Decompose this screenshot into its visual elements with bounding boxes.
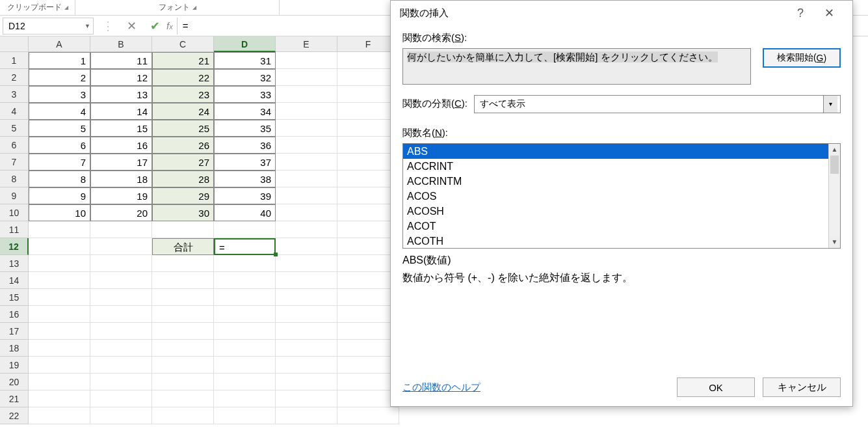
- function-item[interactable]: ACOT: [403, 219, 840, 234]
- help-button[interactable]: ?: [786, 7, 815, 20]
- cell[interactable]: [90, 374, 152, 390]
- cell[interactable]: 35: [214, 120, 276, 137]
- cell[interactable]: 28: [152, 171, 214, 187]
- ribbon-group-clipboard[interactable]: クリップボード ◢: [0, 0, 75, 15]
- close-button[interactable]: ✕: [815, 6, 843, 20]
- cell[interactable]: 31: [214, 52, 276, 69]
- row-header[interactable]: 13: [0, 255, 29, 272]
- col-header-E[interactable]: E: [276, 36, 337, 52]
- cell[interactable]: [90, 407, 152, 424]
- function-item[interactable]: ACCRINTM: [403, 174, 840, 189]
- row-header[interactable]: 15: [0, 289, 29, 306]
- cell[interactable]: [337, 407, 399, 424]
- row-header[interactable]: 9: [0, 187, 29, 204]
- cell[interactable]: 24: [152, 103, 214, 120]
- cell[interactable]: 1: [29, 52, 90, 69]
- cell[interactable]: [276, 86, 337, 103]
- cell[interactable]: 8: [29, 171, 90, 187]
- dialog-launcher-icon[interactable]: ◢: [64, 5, 68, 10]
- ribbon-group-font[interactable]: フォント ◢: [75, 0, 280, 15]
- cell[interactable]: 6: [29, 137, 90, 154]
- cell[interactable]: 18: [90, 171, 152, 187]
- col-header-D[interactable]: D: [214, 36, 276, 52]
- cell[interactable]: [276, 357, 337, 374]
- cell[interactable]: [29, 407, 90, 424]
- cell[interactable]: 36: [214, 137, 276, 154]
- chevron-down-icon[interactable]: ▾: [823, 96, 837, 113]
- cell[interactable]: [214, 340, 276, 357]
- category-select[interactable]: すべて表示 ▾: [474, 95, 841, 113]
- cell[interactable]: [276, 306, 337, 323]
- col-header-A[interactable]: A: [29, 36, 90, 52]
- cell[interactable]: [276, 187, 337, 204]
- cell[interactable]: 26: [152, 137, 214, 154]
- cell[interactable]: 17: [90, 154, 152, 171]
- cell[interactable]: 22: [152, 69, 214, 86]
- row-header[interactable]: 17: [0, 323, 29, 340]
- cell[interactable]: [152, 306, 214, 323]
- cell[interactable]: [90, 357, 152, 374]
- cell[interactable]: 14: [90, 103, 152, 120]
- insert-function-button[interactable]: fx: [166, 20, 173, 31]
- cell[interactable]: [152, 374, 214, 390]
- cancel-formula-button[interactable]: ✕: [120, 18, 143, 34]
- cell[interactable]: [214, 407, 276, 424]
- cell[interactable]: [214, 374, 276, 390]
- cell[interactable]: [29, 374, 90, 390]
- row-header[interactable]: 20: [0, 374, 29, 390]
- row-header[interactable]: 16: [0, 306, 29, 323]
- cell[interactable]: 10: [29, 204, 90, 221]
- row-header[interactable]: 1: [0, 52, 29, 69]
- cell[interactable]: 12: [90, 69, 152, 86]
- cell[interactable]: [29, 221, 90, 238]
- row-header[interactable]: 22: [0, 407, 29, 424]
- cell[interactable]: [214, 357, 276, 374]
- cell[interactable]: [214, 272, 276, 289]
- row-header[interactable]: 7: [0, 154, 29, 171]
- cell[interactable]: [276, 120, 337, 137]
- cell[interactable]: 27: [152, 154, 214, 171]
- cell[interactable]: 15: [90, 120, 152, 137]
- cell[interactable]: [152, 407, 214, 424]
- row-header[interactable]: 12: [0, 238, 29, 255]
- cell[interactable]: [152, 221, 214, 238]
- cell[interactable]: [29, 323, 90, 340]
- cell[interactable]: [276, 272, 337, 289]
- select-all-corner[interactable]: [0, 36, 29, 52]
- scroll-thumb[interactable]: [830, 156, 839, 174]
- function-item[interactable]: ABS: [403, 144, 840, 159]
- cell[interactable]: [90, 272, 152, 289]
- cell[interactable]: 37: [214, 154, 276, 171]
- cell[interactable]: 5: [29, 120, 90, 137]
- enter-formula-button[interactable]: ✔: [143, 18, 166, 34]
- col-header-B[interactable]: B: [90, 36, 152, 52]
- cell[interactable]: [214, 323, 276, 340]
- dialog-launcher-icon[interactable]: ◢: [192, 5, 196, 10]
- cell[interactable]: [276, 69, 337, 86]
- cell[interactable]: [152, 289, 214, 306]
- cell[interactable]: [29, 357, 90, 374]
- function-item[interactable]: ACOSH: [403, 204, 840, 219]
- row-header[interactable]: 2: [0, 69, 29, 86]
- cell[interactable]: [29, 306, 90, 323]
- row-header[interactable]: 14: [0, 272, 29, 289]
- scroll-up-icon[interactable]: ▲: [829, 144, 840, 156]
- row-header[interactable]: 18: [0, 340, 29, 357]
- cell[interactable]: 34: [214, 103, 276, 120]
- name-box[interactable]: D12 ▼: [3, 18, 94, 34]
- cell[interactable]: [276, 103, 337, 120]
- row-header[interactable]: 21: [0, 390, 29, 407]
- cell[interactable]: 2: [29, 69, 90, 86]
- cell[interactable]: [29, 390, 90, 407]
- row-header[interactable]: 19: [0, 357, 29, 374]
- cell[interactable]: [276, 154, 337, 171]
- cell[interactable]: 20: [90, 204, 152, 221]
- cell[interactable]: [152, 390, 214, 407]
- cell[interactable]: 3: [29, 86, 90, 103]
- cell[interactable]: [90, 221, 152, 238]
- ok-button[interactable]: OK: [677, 377, 755, 397]
- cell[interactable]: [276, 171, 337, 187]
- cell[interactable]: [90, 306, 152, 323]
- cell[interactable]: [276, 340, 337, 357]
- cell[interactable]: 29: [152, 187, 214, 204]
